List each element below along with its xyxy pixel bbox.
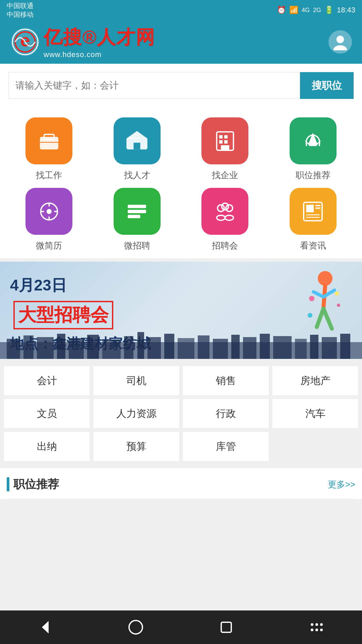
svg-rect-25 (128, 210, 146, 213)
app-logo-icon: e (10, 27, 40, 57)
logo-area: e 亿搜®人才网 www.hdeso.com (10, 25, 155, 59)
banner-section[interactable]: 4月23日 大型招聘会 地点：鑫港建材家纺城 (0, 262, 362, 359)
svg-point-28 (226, 205, 233, 211)
home-button[interactable] (122, 614, 149, 641)
tag-empty (272, 431, 359, 462)
icon-item-job-fair[interactable]: 招聘会 (183, 188, 267, 252)
svg-rect-11 (134, 143, 140, 149)
svg-point-44 (309, 296, 314, 301)
battery-icon: 🔋 (324, 6, 334, 14)
search-button[interactable]: 搜职位 (300, 72, 354, 99)
tags-grid: 会计司机销售房地产文员人力资源行政汽车出纳预算库管 (3, 366, 359, 462)
dot6 (320, 629, 323, 631)
search-input[interactable] (8, 72, 300, 99)
icon-item-mini-resume[interactable]: 微简历 (7, 188, 92, 252)
bottom-navigation (0, 610, 362, 644)
icon-item-job-recommend[interactable]: 职位推荐 (271, 117, 356, 181)
wifi-icon: 📶 (289, 6, 298, 14)
icon-item-find-company[interactable]: 找企业 (183, 117, 267, 181)
icon-label-find-company: 找企业 (212, 169, 238, 181)
svg-rect-57 (137, 332, 144, 359)
tag-admin[interactable]: 行政 (182, 398, 269, 429)
svg-text:e: e (20, 31, 30, 50)
carrier2: 中国移动 (7, 10, 34, 19)
icon-item-mini-recruit[interactable]: 微招聘 (95, 188, 180, 252)
svg-rect-50 (23, 335, 34, 359)
dot1 (311, 623, 313, 626)
svg-rect-68 (310, 335, 318, 359)
status-icons: ⏰ 📶 4G 2G 🔋 18:43 (277, 6, 355, 14)
svg-point-47 (308, 313, 312, 318)
tag-sales[interactable]: 销售 (182, 366, 269, 396)
app-url: www.hdeso.com (44, 50, 155, 59)
icon-item-find-job[interactable]: 找工作 (7, 117, 92, 181)
dot5 (315, 629, 318, 631)
more-link[interactable]: 更多>> (328, 479, 355, 490)
user-icon (332, 34, 349, 50)
svg-line-40 (313, 292, 323, 297)
tag-warehouse[interactable]: 库管 (182, 431, 269, 462)
banner-event: 大型招聘会 (13, 301, 113, 329)
more-button[interactable] (303, 614, 330, 641)
svg-rect-64 (243, 337, 256, 359)
svg-marker-10 (127, 131, 148, 139)
svg-rect-33 (306, 205, 314, 212)
recent-button[interactable] (213, 614, 240, 641)
icon-label-job-fair: 招聘会 (212, 240, 238, 252)
alarm-icon: ⏰ (277, 6, 286, 14)
tag-budget[interactable]: 预算 (93, 431, 180, 462)
svg-rect-13 (219, 135, 223, 139)
svg-rect-53 (69, 338, 84, 359)
recommend-header: 职位推荐 更多>> (7, 468, 355, 499)
more-dots-row1 (311, 623, 323, 626)
svg-rect-65 (260, 334, 270, 359)
svg-line-43 (323, 309, 332, 329)
icon-box-job-recommend (290, 117, 337, 164)
svg-rect-55 (102, 339, 121, 359)
more-dots-row2 (311, 629, 323, 631)
recommend-title: 职位推荐 (13, 477, 59, 492)
signal-4g-icon: 4G (302, 7, 310, 14)
svg-rect-73 (221, 622, 231, 632)
tag-accounting[interactable]: 会计 (3, 366, 90, 396)
user-avatar-button[interactable] (328, 30, 352, 54)
status-bar: 中国联通 中国移动 ⏰ 📶 4G 2G 🔋 18:43 (0, 0, 362, 20)
svg-point-38 (318, 271, 333, 286)
svg-point-72 (129, 621, 142, 634)
icon-item-news[interactable]: 看资讯 (271, 188, 356, 252)
icon-box-mini-resume (25, 188, 72, 235)
icon-box-find-talent (114, 117, 161, 164)
svg-point-46 (337, 304, 340, 307)
recommend-title-area: 职位推荐 (7, 477, 59, 492)
icon-box-mini-recruit (114, 188, 161, 235)
tag-cashier[interactable]: 出纳 (3, 431, 90, 462)
svg-point-29 (222, 203, 228, 210)
svg-rect-52 (57, 334, 65, 359)
svg-rect-58 (147, 337, 161, 359)
back-button[interactable] (32, 614, 59, 641)
svg-rect-70 (340, 334, 350, 359)
svg-rect-69 (322, 337, 337, 359)
svg-marker-71 (42, 621, 49, 634)
svg-rect-16 (224, 140, 228, 144)
icon-label-find-talent: 找人才 (124, 169, 150, 181)
tag-hr[interactable]: 人力资源 (93, 398, 180, 429)
svg-point-31 (225, 215, 233, 220)
icon-item-find-talent[interactable]: 找人才 (95, 117, 180, 181)
tag-driver[interactable]: 司机 (93, 366, 180, 396)
svg-rect-26 (128, 215, 140, 218)
tag-auto[interactable]: 汽车 (272, 398, 359, 429)
svg-rect-24 (128, 205, 146, 208)
tag-realestate[interactable]: 房地产 (272, 366, 359, 396)
svg-point-27 (218, 205, 224, 211)
svg-rect-62 (213, 339, 228, 359)
icon-label-mini-recruit: 微招聘 (124, 240, 150, 252)
svg-point-45 (335, 291, 339, 296)
svg-point-19 (47, 209, 52, 214)
tag-clerk[interactable]: 文员 (3, 398, 90, 429)
svg-rect-15 (219, 140, 223, 144)
signal-2g-icon: 2G (313, 7, 321, 14)
search-section: 搜职位 (0, 64, 362, 107)
svg-rect-14 (224, 135, 228, 139)
svg-rect-54 (87, 335, 99, 359)
